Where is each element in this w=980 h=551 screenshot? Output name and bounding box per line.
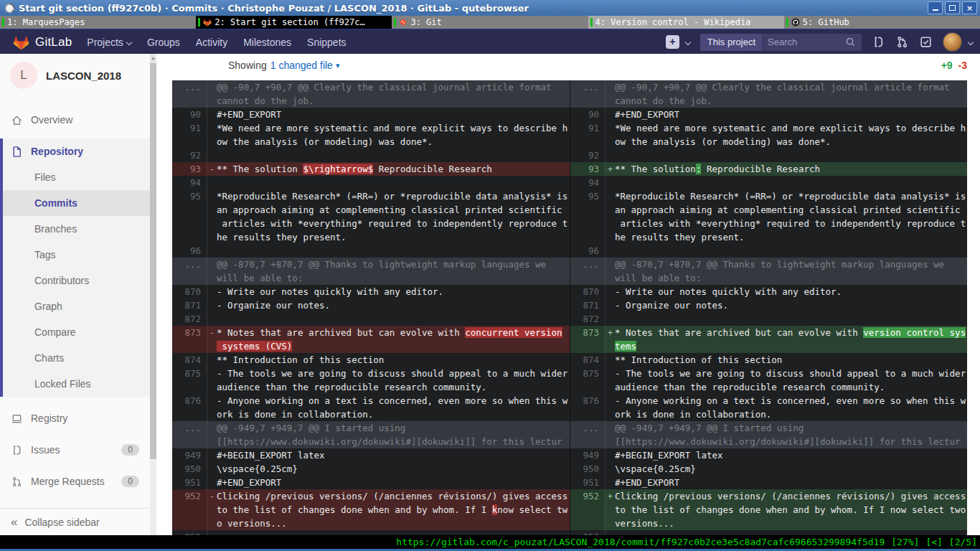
diff-marker [606,476,615,489]
line-number: ... [172,258,207,285]
sidebar-item-compare[interactable]: Compare [3,319,150,345]
line-number: 874 [570,353,606,367]
issues-nav-icon[interactable] [872,35,885,49]
diff-marker: + [606,326,615,353]
diff-line-text: \vspace{0.25cm} [615,462,696,476]
diff-marker: - [207,489,217,530]
tab-label: 1: MarquesPages [7,17,85,27]
sidebar-item-graph[interactable]: Graph [3,293,150,319]
line-number: 952 [570,489,606,530]
browser-tab-2-selected[interactable]: 2: Start git section (ff927c… [196,16,392,29]
line-number: 871 [172,298,207,312]
sidebar-scrollbar[interactable]: ▲ [150,54,156,535]
changed-files-dropdown[interactable]: 1 changed file [270,60,333,71]
diff-row: 872 [172,312,570,326]
statusbar-scroll-percent: [27%] [891,537,919,547]
tab-label: 4: Version control - Wikipedia [595,17,751,27]
nav-activity[interactable]: Activity [196,37,227,48]
diff-line-text: - Anyone working on a text is concerned,… [217,394,567,421]
sidebar-item-registry[interactable]: Registry [0,405,150,431]
sidebar-item-label: Merge Requests [31,476,105,487]
browser-tab-5[interactable]: 5: GitHub [784,16,980,29]
diff-row: 952+Clicking /previous versions/ (/ancie… [570,489,967,530]
sidebar-item-contributors[interactable]: Contributors [3,268,150,293]
project-header[interactable]: L LASCON_2018 [0,54,150,97]
line-number: 875 [570,367,606,394]
browser-tab-1[interactable]: 1: MarquesPages [0,16,196,29]
diff-line-text: #+END_EXPORT [615,108,679,121]
scrollbar-thumb[interactable] [150,63,156,459]
diff-row: 871 - Organize our notes. [570,298,967,312]
diff-marker [606,108,615,121]
collapse-label: Collapse sidebar [24,517,99,528]
diff-row: 874 ** Introduction of this section [172,353,570,367]
diff-row: 874 ** Introduction of this section [570,353,967,367]
new-menu-button[interactable]: + [666,35,690,49]
line-number: 91 [172,121,207,149]
sidebar-item-charts[interactable]: Charts [3,345,150,371]
search-input[interactable] [763,37,844,47]
diff-line-text: Clicking /previous versions/ (/anciennes… [217,489,567,530]
sidebar-item-branches[interactable]: Branches [3,216,150,242]
close-button[interactable]: × [962,1,977,14]
diff-row: 876 - Anyone working on a text is concer… [570,394,967,421]
tab-label: 2: Start git section (ff927c… [215,17,365,27]
minimize-button[interactable] [928,1,943,14]
diff-marker [207,258,217,285]
maximize-button[interactable] [945,1,960,14]
issues-count-badge: 0 [121,444,139,456]
diff-line-text [217,530,222,535]
diff-row: 95 *Reproducible Research* (=RR=) or *re… [172,189,570,244]
user-menu[interactable] [943,32,973,52]
merge-requests-nav-icon[interactable] [895,35,909,49]
tab-load-indicator [198,18,200,27]
diff-row: 93+** The solution: Reproducible Researc… [570,162,967,176]
collapse-sidebar-button[interactable]: « Collapse sidebar [0,508,150,535]
diff-row: 950 \vspace{0.25cm} [570,462,967,476]
diff-marker [207,121,217,149]
diff-line-text: @@ -90,7 +90,7 @@ Clearly the classical … [615,80,950,108]
diff-line-text: - Write our notes quickly with any edito… [217,285,443,298]
tab-load-indicator [2,18,4,27]
diff-marker [207,353,217,367]
diff-marker: + [606,489,615,530]
diff-row: 953 [570,530,967,535]
nav-groups[interactable]: Groups [147,37,180,48]
diff-row: ... @@ -949,7 +949,7 @@ I started using[… [570,421,967,448]
diff-line-text: - Organize our notes. [615,298,728,312]
close-icon: × [966,4,973,12]
diff-toolbar: Showing 1 changed file ▾ [228,60,339,71]
navbar-right: + This project [666,32,973,52]
nav-projects[interactable]: Projects [87,37,131,48]
browser-tab-4[interactable]: 4: Version control - Wikipedia [588,16,784,29]
sidebar-item-issues[interactable]: Issues 0 [0,437,150,463]
diff-row: 92 [570,149,967,162]
plus-icon: + [666,35,679,49]
diff-marker [606,353,615,367]
search-scope-badge[interactable]: This project [700,34,763,51]
diff-line-text: *We need are more systematic and more ex… [615,121,966,149]
diff-line-text: @@ -870,7 +870,7 @@ Thanks to lightweigh… [615,258,944,285]
sidebar-item-merge-requests[interactable]: Merge Requests 0 [0,468,150,494]
diff-marker [207,80,217,108]
sidebar-item-files[interactable]: Files [3,164,150,190]
browser-tab-3[interactable]: 3: Git [392,16,588,29]
sidebar-item-repository[interactable]: Repository [3,138,150,164]
diff-marker [606,244,615,258]
sidebar-item-locked-files[interactable]: Locked Files [3,371,150,397]
sidebar-item-commits[interactable]: Commits [3,190,150,216]
nav-milestones[interactable]: Milestones [243,37,291,48]
line-number: 952 [172,489,207,530]
todos-nav-icon[interactable] [919,35,933,49]
diff-marker [207,149,217,162]
diff-line-text: @@ -90,7 +90,7 @@ Clearly the classical … [217,80,552,108]
diff-line-text: #+END_EXPORT [217,476,281,489]
diff-marker [606,448,615,462]
diff-marker [207,176,217,189]
gitlab-logo[interactable]: GitLab [13,34,72,50]
gitlab-tanuki-icon [13,34,29,50]
nav-snippets[interactable]: Snippets [307,37,346,48]
sidebar-item-tags[interactable]: Tags [3,242,150,268]
sidebar-item-overview[interactable]: Overview [0,107,150,133]
scroll-up-arrow-icon[interactable]: ▲ [150,54,156,62]
